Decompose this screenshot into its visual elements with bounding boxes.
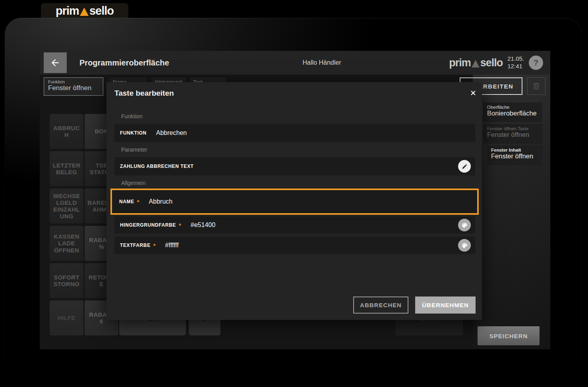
pos-app: prim sello Programmieroberfläche Hallo H… bbox=[0, 0, 588, 387]
sidebar-item-label: Oberfläche bbox=[487, 105, 538, 110]
funktion-field-value: Abbrechen bbox=[156, 129, 187, 137]
pencil-icon bbox=[462, 164, 468, 169]
section-funktion: Funktion bbox=[121, 113, 143, 119]
edit-key-dialog: Taste bearbeiten ✕ Funktion FUNKTION Abb… bbox=[106, 82, 482, 320]
key-hilfe[interactable]: HILFE bbox=[50, 300, 83, 335]
key-kassenlade-oeffnen[interactable]: KASSENLADE ÖFFNEN bbox=[50, 226, 83, 261]
date-label: 21.05. bbox=[507, 55, 524, 63]
arrow-left-icon bbox=[50, 58, 60, 68]
function-selector-value: Fenster öffnen bbox=[48, 84, 99, 92]
logo-text: sello bbox=[89, 5, 114, 17]
sidebar-item-fenster-oeffnen-taste[interactable]: Fenster öffnen Taste Fenster öffnen bbox=[483, 124, 542, 144]
required-marker: * bbox=[153, 242, 156, 249]
app-screen: Programmieroberfläche Hallo Händler prim… bbox=[40, 51, 550, 349]
sidebar-item-label: Fenster Inhalt bbox=[491, 148, 538, 152]
primasello-logo-gray: prim sello bbox=[449, 58, 503, 68]
zahlung-abbrechen-text-field[interactable]: ZAHLUNG ABBRECHEN TEXT bbox=[114, 157, 475, 175]
apply-button[interactable]: ÜBERNEHMEN bbox=[415, 297, 476, 314]
text-color-value: #ffffff bbox=[165, 242, 179, 249]
pick-background-color-button[interactable] bbox=[458, 219, 471, 231]
palette-icon bbox=[461, 222, 468, 229]
dialog-title: Taste bearbeiten bbox=[114, 89, 174, 98]
function-selector[interactable]: Funktion Fenster öffnen bbox=[44, 77, 103, 96]
sidebar-item-oberflaeche[interactable]: Oberfläche Bonieroberfläche bbox=[483, 102, 542, 122]
sidebar-item-value: Fenster öffnen bbox=[491, 152, 538, 160]
page-title: Programmieroberfläche bbox=[79, 51, 169, 75]
section-allgemein: Allgemein bbox=[121, 180, 145, 186]
background-color-field[interactable]: HINGERGRUNDFARBE * #e51400 bbox=[114, 216, 475, 234]
app-header: Programmieroberfläche Hallo Händler prim… bbox=[40, 51, 550, 75]
close-icon[interactable]: ✕ bbox=[467, 87, 479, 99]
pick-text-color-button[interactable] bbox=[458, 239, 471, 252]
key-sofort-storno[interactable]: SOFORT STORNO bbox=[50, 263, 83, 298]
datetime: 21.05. 12:41 bbox=[507, 55, 524, 70]
key-letzter-beleg[interactable]: LETZTER BELEG bbox=[50, 151, 83, 186]
funktion-field[interactable]: FUNKTION Abbrechen bbox=[114, 124, 475, 142]
name-field-label: NAME bbox=[119, 199, 134, 204]
required-marker: * bbox=[179, 222, 181, 229]
trash-icon bbox=[532, 82, 541, 90]
logo-text: prim bbox=[56, 5, 79, 17]
save-button[interactable]: SPEICHERN bbox=[478, 326, 540, 345]
help-button[interactable]: ? bbox=[529, 56, 543, 70]
text-color-field[interactable]: TEXTFARBE * #ffffff bbox=[114, 237, 475, 254]
time-label: 12:41 bbox=[507, 63, 524, 70]
background-color-value: #e51400 bbox=[191, 221, 215, 229]
brand-tab: prim sello bbox=[41, 3, 128, 18]
logo-text: sello bbox=[480, 58, 503, 68]
cancel-button[interactable]: ABBRECHEN bbox=[353, 297, 408, 314]
name-field-value: Abbruch bbox=[149, 198, 173, 205]
logo-text: prim bbox=[449, 58, 471, 68]
section-parameter: Parameter bbox=[121, 146, 147, 153]
logo-triangle-icon bbox=[80, 8, 89, 16]
header-right: prim sello 21.05. 12:41 ? bbox=[449, 51, 543, 75]
delete-key-button[interactable] bbox=[527, 77, 545, 95]
name-field-highlighted[interactable]: NAME * Abbruch bbox=[110, 189, 479, 215]
edit-text-button[interactable] bbox=[458, 160, 471, 173]
logo-triangle-icon bbox=[472, 60, 480, 67]
back-button[interactable] bbox=[44, 52, 67, 73]
text-color-label: TEXTFARBE bbox=[120, 243, 151, 248]
user-greeting: Hallo Händler bbox=[254, 51, 389, 75]
sidebar-item-value: Fenster öffnen bbox=[487, 131, 538, 139]
function-selector-label: Funktion bbox=[48, 79, 99, 84]
background-color-label: HINGERGRUNDFARBE bbox=[120, 222, 176, 228]
sidebar-item-label: Fenster öffnen Taste bbox=[487, 126, 538, 131]
sidebar-item-value: Bonieroberfläche bbox=[487, 110, 538, 117]
primasello-logo: prim sello bbox=[56, 5, 114, 17]
zahlung-abbrechen-text-label: ZAHLUNG ABBRECHEN TEXT bbox=[120, 164, 193, 169]
required-marker: * bbox=[137, 198, 139, 205]
key-abbruch[interactable]: ABBRUCH bbox=[50, 114, 83, 149]
palette-icon bbox=[461, 242, 468, 249]
funktion-field-label: FUNKTION bbox=[120, 130, 147, 136]
sidebar-item-fenster-inhalt[interactable]: Fenster Inhalt Fenster öffnen bbox=[487, 145, 542, 165]
key-wechselgeld-einzahlung[interactable]: WECHSELGELD EINZAHLUNG bbox=[50, 189, 83, 223]
